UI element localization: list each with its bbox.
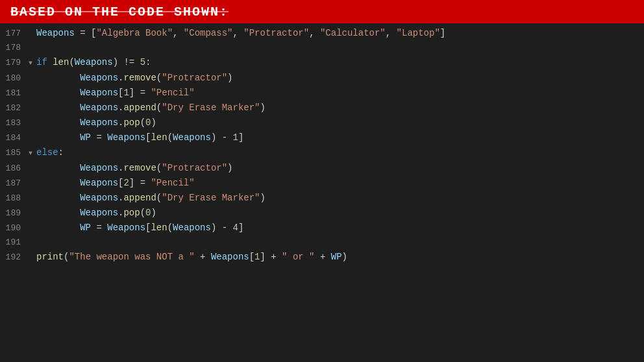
line-number-189: 189	[0, 206, 29, 221]
line-arrow-182	[29, 101, 36, 115]
line-content-184: WP = Weapons[len(Weapons) - 1]	[36, 130, 644, 145]
line-content-185: else:	[36, 145, 644, 160]
code-line-179: 179 ▼ if len(Weapons) != 5:	[0, 55, 644, 71]
line-arrow-184	[29, 131, 36, 145]
code-line-187: 187 Weapons[2] = "Pencil"	[0, 176, 644, 191]
line-arrow-190	[29, 221, 36, 235]
code-line-180: 180 Weapons.remove("Protractor")	[0, 71, 644, 86]
line-content-177: Weapons = ["Algebra Book", "Compass", "P…	[36, 26, 644, 40]
line-arrow-186	[29, 162, 36, 176]
code-line-191: 191	[0, 235, 644, 250]
line-number-182: 182	[0, 101, 29, 115]
line-number-186: 186	[0, 162, 29, 176]
line-content-189: Weapons.pop(0)	[36, 206, 644, 220]
code-line-192: 192 print("The weapon was NOT a " + Weap…	[0, 250, 644, 265]
code-line-177: 177 Weapons = ["Algebra Book", "Compass"…	[0, 26, 644, 41]
line-number-184: 184	[0, 131, 29, 145]
line-arrow-183	[29, 116, 36, 130]
line-content-179: if len(Weapons) != 5:	[36, 55, 644, 69]
line-number-183: 183	[0, 116, 29, 130]
code-line-189: 189 Weapons.pop(0)	[0, 206, 644, 221]
line-content-186: Weapons.remove("Protractor")	[36, 161, 644, 175]
line-number-187: 187	[0, 176, 29, 191]
line-arrow-180	[29, 71, 36, 86]
line-number-179: 179	[0, 56, 29, 70]
code-line-183: 183 Weapons.pop(0)	[0, 115, 644, 130]
line-content-183: Weapons.pop(0)	[36, 115, 644, 130]
line-arrow-187	[29, 176, 36, 191]
line-number-177: 177	[0, 27, 29, 41]
code-line-186: 186 Weapons.remove("Protractor")	[0, 161, 644, 176]
line-number-185: 185	[0, 146, 29, 160]
line-arrow-192	[29, 250, 36, 265]
code-line-190: 190 WP = Weapons[len(Weapons) - 4]	[0, 221, 644, 235]
line-content-192: print("The weapon was NOT a " + Weapons[…	[36, 250, 644, 264]
line-content-182: Weapons.append("Dry Erase Marker")	[36, 101, 644, 115]
line-number-191: 191	[0, 235, 29, 250]
line-number-181: 181	[0, 86, 29, 101]
code-line-184: 184 WP = Weapons[len(Weapons) - 1]	[0, 130, 644, 145]
line-arrow-189	[29, 206, 36, 221]
line-arrow-185[interactable]: ▼	[29, 147, 36, 161]
line-arrow-177	[29, 27, 36, 41]
code-line-188: 188 Weapons.append("Dry Erase Marker")	[0, 191, 644, 206]
line-number-180: 180	[0, 71, 29, 86]
line-number-190: 190	[0, 221, 29, 235]
code-area: 177 Weapons = ["Algebra Book", "Compass"…	[0, 23, 644, 267]
line-arrow-191	[29, 235, 36, 250]
line-arrow-188	[29, 191, 36, 206]
line-arrow-179[interactable]: ▼	[29, 56, 36, 71]
code-container: BASED ON THE CODE SHOWN: 177 Weapons = […	[0, 0, 644, 362]
code-line-178: 178	[0, 41, 644, 55]
line-content-190: WP = Weapons[len(Weapons) - 4]	[36, 221, 644, 235]
title-text: BASED ON THE CODE SHOWN:	[10, 5, 229, 19]
line-number-192: 192	[0, 250, 29, 265]
code-line-182: 182 Weapons.append("Dry Erase Marker")	[0, 101, 644, 115]
title-bar: BASED ON THE CODE SHOWN:	[0, 0, 644, 23]
code-line-185: 185 ▼ else:	[0, 145, 644, 161]
line-number-178: 178	[0, 41, 29, 55]
line-content-181: Weapons[1] = "Pencil"	[36, 86, 644, 100]
line-number-188: 188	[0, 191, 29, 206]
line-arrow-181	[29, 86, 36, 101]
line-content-180: Weapons.remove("Protractor")	[36, 71, 644, 85]
line-content-187: Weapons[2] = "Pencil"	[36, 176, 644, 190]
line-content-188: Weapons.append("Dry Erase Marker")	[36, 191, 644, 205]
line-arrow-178	[29, 41, 36, 55]
code-line-181: 181 Weapons[1] = "Pencil"	[0, 86, 644, 101]
